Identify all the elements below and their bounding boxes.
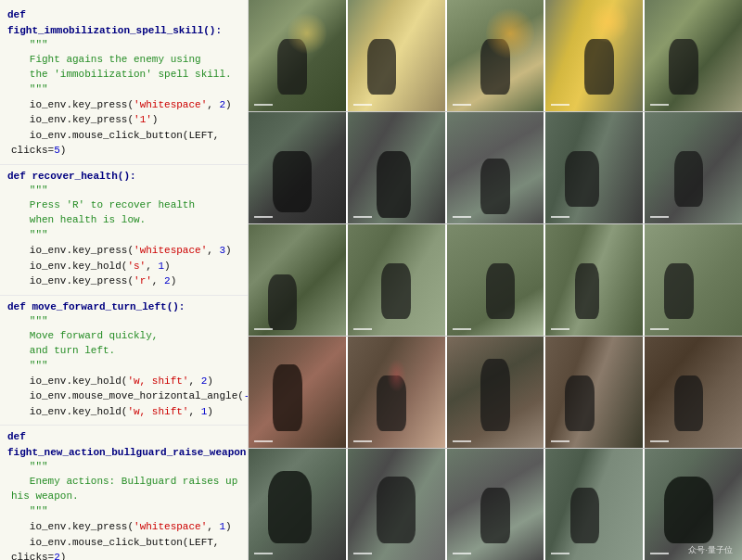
game-screenshot-4-4 (545, 337, 645, 448)
game-screenshot-3-5 (645, 224, 742, 336)
code-body-1: io_env.key_press('whitespace', 2) io_env… (11, 97, 240, 159)
watermark: 众号·量子位 (688, 544, 733, 556)
game-screenshot-5-1 (249, 449, 348, 560)
game-screenshot-4-5 (645, 337, 742, 448)
docstring-1: """ Fight agains the enemy using the 'im… (11, 38, 240, 97)
code-panel: def fight_immobilization_spell_skill(): … (0, 0, 249, 560)
game-screenshot-5-4 (545, 449, 645, 560)
image-row-2 (249, 112, 742, 224)
def-line-2: def recover_health(): (7, 169, 240, 185)
code-body-3: io_env.key_hold('w, shift', 2) io_env.mo… (11, 374, 240, 420)
game-screenshot-1-1 (249, 0, 348, 111)
game-screenshot-2-5 (645, 112, 742, 223)
docstring-4: """ Enemy actions: Bullguard raises up h… (11, 460, 240, 519)
def-line-1: def fight_immobilization_spell_skill(): (7, 7, 240, 38)
game-screenshot-2-4 (545, 112, 645, 223)
game-screenshot-5-5: 众号·量子位 (645, 449, 742, 560)
game-screenshot-4-3 (447, 337, 546, 448)
def-line-3: def move_forward_turn_left(): (7, 299, 240, 315)
game-screenshot-3-3 (447, 224, 546, 336)
game-screenshot-5-2 (348, 449, 447, 560)
docstring-3: """ Move forward quickly, and turn left.… (11, 314, 240, 374)
game-screenshot-3-4 (545, 224, 645, 336)
def-line-4: def fight_new_action_bullguard_raise_wea… (7, 429, 240, 460)
game-screenshot-2-1 (249, 112, 348, 223)
game-screenshot-1-3 (447, 0, 546, 111)
code-body-2: io_env.key_press('whitespace', 3) io_env… (11, 243, 240, 289)
image-row-4 (249, 337, 742, 449)
images-panel: 众号·量子位 (249, 0, 742, 560)
game-screenshot-3-1 (249, 224, 348, 336)
game-screenshot-2-3 (447, 112, 546, 223)
code-block-1: def fight_immobilization_spell_skill(): … (0, 4, 248, 165)
docstring-2: """ Press 'R' to recover health when hea… (11, 184, 240, 243)
image-row-3 (249, 224, 742, 337)
game-screenshot-4-2 (348, 337, 447, 448)
game-screenshot-1-2 (348, 0, 447, 111)
game-screenshot-4-1 (249, 337, 348, 448)
code-body-4: io_env.key_press('whitespace', 1) io_env… (11, 519, 240, 560)
game-screenshot-5-3 (447, 449, 546, 560)
game-screenshot-1-4 (545, 0, 645, 111)
code-block-4: def fight_new_action_bullguard_raise_wea… (0, 426, 248, 560)
game-screenshot-2-2 (348, 112, 447, 223)
image-row-1 (249, 0, 742, 112)
game-screenshot-1-5 (645, 0, 742, 111)
game-screenshot-3-2 (348, 224, 447, 336)
code-block-2: def recover_health(): """ Press 'R' to r… (0, 165, 248, 296)
code-block-3: def move_forward_turn_left(): """ Move f… (0, 296, 248, 426)
image-row-5: 众号·量子位 (249, 449, 742, 560)
